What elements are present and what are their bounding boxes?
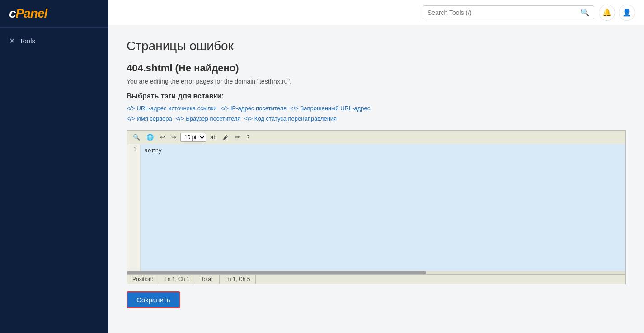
editor-statusbar: Position: Ln 1, Ch 1 Total: Ln 1, Ch 5	[127, 274, 625, 284]
line-number-1: 1	[131, 146, 136, 153]
toolbar-undo-btn[interactable]: ↩	[158, 132, 167, 142]
sidebar-nav: ✕ Tools	[0, 28, 108, 54]
toolbar-eraser-btn[interactable]: ✏	[233, 132, 242, 142]
logo-panel: Panel	[16, 6, 47, 20]
sidebar-item-tools-label: Tools	[19, 37, 35, 45]
tag-ip-visitor-label: </> IP-адрес посетителя	[221, 105, 287, 112]
toolbar-search-btn[interactable]: 🔍	[131, 132, 142, 142]
search-input[interactable]	[428, 9, 580, 16]
page-title: Страницы ошибок	[127, 39, 626, 53]
tags-row-2: </> Имя сервера </> Браузер посетителя <…	[127, 115, 626, 122]
tag-redirect-code-label: </> Код статуса перенаправления	[244, 115, 337, 122]
toolbar-redo-btn[interactable]: ↪	[169, 132, 179, 142]
tag-server-name-label: </> Имя сервера	[127, 115, 172, 122]
status-total-label: Total:	[195, 275, 220, 284]
notification-button[interactable]: 🔔	[599, 5, 615, 21]
search-icon-button[interactable]: 🔍	[580, 8, 589, 17]
editor-line-1[interactable]: sorry	[144, 146, 622, 155]
tag-requested-url[interactable]: </> Запрошенный URL-адрес	[290, 105, 370, 112]
cpanel-logo: cPanel	[9, 6, 99, 21]
toolbar-paintbrush-btn[interactable]: 🖌	[221, 132, 231, 142]
x-icon: ✕	[9, 37, 15, 45]
search-box[interactable]: 🔍	[423, 5, 594, 19]
header: 🔍 🔔 👤	[108, 0, 644, 25]
domain-info: You are editing the error pages for the …	[127, 78, 626, 85]
toolbar-globe-btn[interactable]: 🌐	[144, 132, 156, 142]
status-position-label: Position:	[127, 275, 159, 284]
logo-c: c	[9, 6, 16, 20]
status-position-value: Ln 1, Ch 1	[159, 275, 195, 284]
user-button[interactable]: 👤	[619, 5, 635, 21]
tag-browser[interactable]: </> Браузер посетителя	[176, 115, 241, 122]
sidebar: cPanel ✕ Tools	[0, 0, 108, 333]
tags-label: Выбрать тэги для вставки:	[127, 92, 626, 100]
header-icons: 🔔 👤	[599, 5, 635, 21]
tag-url-source[interactable]: </> URL-адрес источника ссылки	[127, 105, 217, 112]
tag-ip-visitor[interactable]: </> IP-адрес посетителя	[221, 105, 287, 112]
editor-toolbar: 🔍 🌐 ↩ ↪ 8 pt 10 pt 12 pt 14 pt 16 pt ab …	[127, 131, 625, 144]
tags-row-1: </> URL-адрес источника ссылки </> IP-ад…	[127, 105, 626, 112]
sidebar-logo-area: cPanel	[0, 0, 108, 28]
tag-server-name[interactable]: </> Имя сервера	[127, 115, 172, 122]
tag-redirect-code[interactable]: </> Код статуса перенаправления	[244, 115, 337, 122]
editor-content[interactable]: sorry	[141, 144, 625, 271]
editor-scrollbar[interactable]	[127, 271, 625, 274]
section-title: 404.shtml (Не найдено)	[127, 62, 626, 74]
editor-outer: 🔍 🌐 ↩ ↪ 8 pt 10 pt 12 pt 14 pt 16 pt ab …	[127, 130, 626, 284]
sidebar-item-tools[interactable]: ✕ Tools	[0, 32, 108, 50]
scrollbar-thumb[interactable]	[127, 271, 426, 274]
line-numbers: 1	[127, 144, 141, 271]
toolbar-fontsize-select[interactable]: 8 pt 10 pt 12 pt 14 pt 16 pt	[180, 133, 206, 142]
tag-browser-label: </> Браузер посетителя	[176, 115, 241, 122]
toolbar-help-btn[interactable]: ?	[244, 132, 252, 142]
status-total-value: Ln 1, Ch 5	[220, 275, 256, 284]
save-button[interactable]: Сохранить	[127, 291, 180, 308]
editor-container: 🔍 🌐 ↩ ↪ 8 pt 10 pt 12 pt 14 pt 16 pt ab …	[127, 130, 626, 284]
editor-body: 1 sorry	[127, 144, 625, 271]
tag-requested-url-label: </> Запрошенный URL-адрес	[290, 105, 370, 112]
tag-url-source-label: </> URL-адрес источника ссылки	[127, 105, 217, 112]
toolbar-ab-btn[interactable]: ab	[208, 132, 219, 142]
main-container: 🔍 🔔 👤 Страницы ошибок 404.shtml (Не найд…	[108, 0, 644, 333]
content: Страницы ошибок 404.shtml (Не найдено) Y…	[108, 25, 644, 333]
